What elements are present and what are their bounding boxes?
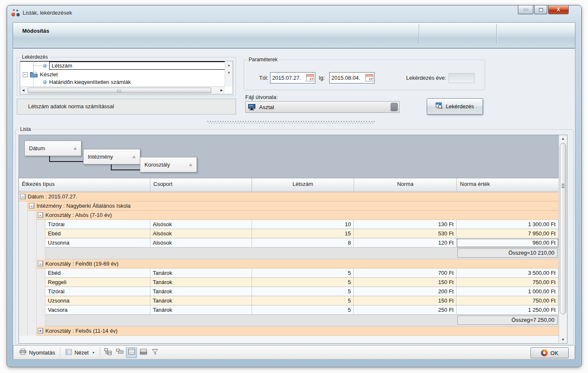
table-row[interactable]: EbédAlsósok15530 Ft7 950,00 Ft [19,229,559,238]
close-button[interactable]: X [548,5,569,14]
table-cell[interactable]: Tanárok [150,278,252,287]
from-date-field[interactable]: 2015.07.27. 17 [270,72,315,83]
calendar-icon[interactable]: 17 [306,74,314,81]
collapse-box[interactable]: - [38,261,43,266]
maximize-button[interactable] [534,5,547,14]
scrollbar-thumb[interactable] [560,143,566,314]
expand-groups-button[interactable] [102,347,113,358]
table-row[interactable]: UzsonnaAlsósok8120 Ft960,00 Ft [19,238,559,248]
table-cell[interactable]: 200 Ft [354,287,457,296]
table-cell[interactable]: 960,00 Ft [457,238,559,248]
calendar-icon[interactable]: 17 [365,74,373,81]
table-cell[interactable]: 8 [252,238,354,248]
table-cell[interactable]: 150 Ft [354,296,457,305]
tree-item-label-selected[interactable]: Létszám [49,62,232,70]
table-cell[interactable]: 150 Ft [354,278,457,287]
table-cell[interactable]: 5 [252,287,354,296]
table-row[interactable]: ReggeliTanárok5150 Ft750,00 Ft [19,278,559,287]
to-date-value[interactable]: 2015.08.04. [331,75,360,81]
scroll-up-icon[interactable]: ▲ [225,62,233,69]
table-row[interactable]: TízóraiTanárok5200 Ft1 000,00 Ft [19,287,559,296]
scroll-down-icon[interactable]: ▼ [225,69,233,77]
query-year-field[interactable] [449,73,475,83]
table-cell[interactable]: 1 000,00 Ft [457,287,559,296]
table-cell[interactable]: 7 950,00 Ft [457,229,559,238]
group-summary-row[interactable]: Összeg=10 210,00 [19,248,559,259]
collapse-box[interactable]: − [23,72,28,77]
table-row[interactable]: UzsonnaTanárok5150 Ft750,00 Ft [19,296,559,305]
ribbon-tab-modositas[interactable]: Módosítás [22,28,49,34]
browse-icon[interactable] [391,103,398,111]
tree-vertical-scroll[interactable]: ▲ ▼ [225,62,233,86]
scroll-down-icon[interactable]: ▼ [559,336,567,343]
group-row[interactable]: -Korosztály : Alsós (7-10 év) [19,211,559,220]
table-cell[interactable]: 5 [252,278,354,287]
query-button[interactable]: Lekérdezés [427,98,483,115]
group-by-korosztaly[interactable]: Korosztály [140,157,197,172]
table-cell[interactable]: 700 Ft [354,269,457,278]
scroll-right-icon[interactable]: ► [218,87,225,94]
tree-item-keszlet[interactable]: − Készlet [20,70,233,79]
table-cell[interactable]: 3 500,00 Ft [457,269,559,278]
table-cell[interactable]: 750,00 Ft [457,296,559,305]
minimize-button[interactable] [518,5,533,14]
view-dropdown-button[interactable]: Nézet ▼ [62,348,98,357]
table-cell[interactable]: Alsósok [150,229,252,238]
scrollbar-thumb[interactable] [28,88,211,93]
table-cell[interactable]: Uzsonna [45,296,150,305]
table-row[interactable]: VacsoraTanárok5250 Ft1 250,00 Ft [19,305,559,315]
group-summary-row[interactable]: Összeg=7 250,00 [19,315,559,326]
table-cell[interactable]: Tanárok [150,287,252,296]
table-cell[interactable]: Tízórai [45,220,150,229]
table-cell[interactable]: Ebéd [45,269,150,278]
table-cell[interactable]: 15 [252,229,354,238]
table-cell[interactable]: Reggeli [45,278,150,287]
group-by-intezmeny[interactable]: Intézmény [83,149,140,164]
expand-box[interactable]: + [38,328,43,334]
collapse-box[interactable]: - [29,203,34,209]
to-date-field[interactable]: 2015.08.04. 17 [329,72,375,83]
table-cell[interactable]: Tízórai [45,287,150,296]
collapse-groups-button[interactable] [114,347,125,358]
column-header-letszam[interactable]: Létszám [252,178,354,192]
table-cell[interactable]: Alsósok [150,220,252,229]
from-date-value[interactable]: 2015.07.27. [272,75,301,81]
table-cell[interactable]: 5 [252,296,354,305]
table-cell[interactable]: 5 [252,305,354,315]
filter-button[interactable] [150,347,160,358]
ok-button[interactable]: OK [530,347,569,358]
scroll-left-icon[interactable]: ◄ [20,87,26,94]
column-header-norma-ertek[interactable]: Norma érték [457,178,559,192]
tree-item-letszam[interactable]: Létszám [20,61,233,70]
group-by-panel[interactable]: Dátum Intézmény Korosztály [19,135,559,178]
table-cell[interactable]: Alsósok [150,238,252,248]
query-tree[interactable]: Létszám − Készlet Határidőn kiegyenlítet… [20,61,233,94]
column-header-etkezes-tipus[interactable]: Étkezés típus [19,178,150,192]
group-row[interactable]: -Korosztály : Felnőtt (19-69 év) [19,259,559,269]
splitter-handle[interactable] [207,121,375,124]
table-row[interactable]: EbédTanárok5700 Ft3 500,00 Ft [19,269,559,278]
table-cell[interactable]: Vacsora [45,305,150,315]
scroll-up-icon[interactable]: ▲ [559,135,567,142]
group-row[interactable]: -Intézmény : Nagyberki Általános Iskola [19,201,559,211]
title-bar[interactable]: Listák, lekérdezések X [7,5,581,22]
table-cell[interactable]: 750,00 Ft [457,278,559,287]
table-cell[interactable]: 120 Ft [354,238,457,248]
table-cell[interactable]: 10 [252,220,354,229]
table-cell[interactable]: 1 250,00 Ft [457,305,559,315]
column-header-csoport[interactable]: Csoport [150,178,252,192]
group-row[interactable]: +Korosztály : Felsős (11-14 év) [19,326,559,336]
tree-item-hataridon[interactable]: Határidőn kiegyenlítetlen számlák [20,79,233,85]
table-cell[interactable]: 130 Ft [354,220,457,229]
group-row[interactable]: -Dátum : 2015.07.27. [19,192,559,201]
column-header-norma[interactable]: Norma [354,178,457,192]
row-auto-height-button[interactable] [126,347,137,358]
collapse-box[interactable]: - [20,194,26,199]
table-cell[interactable]: Tanárok [150,305,252,315]
tree-item-label[interactable]: Készlet [40,71,58,78]
collapse-box[interactable]: - [38,212,43,218]
print-button[interactable]: Nyomtatás [16,347,58,357]
table-row[interactable]: TízóraiAlsósok10130 Ft1 300,00 Ft [19,220,559,229]
tree-item-label[interactable]: Határidőn kiegyenlítetlen számlák [49,79,131,85]
table-cell[interactable]: Ebéd [45,229,150,238]
